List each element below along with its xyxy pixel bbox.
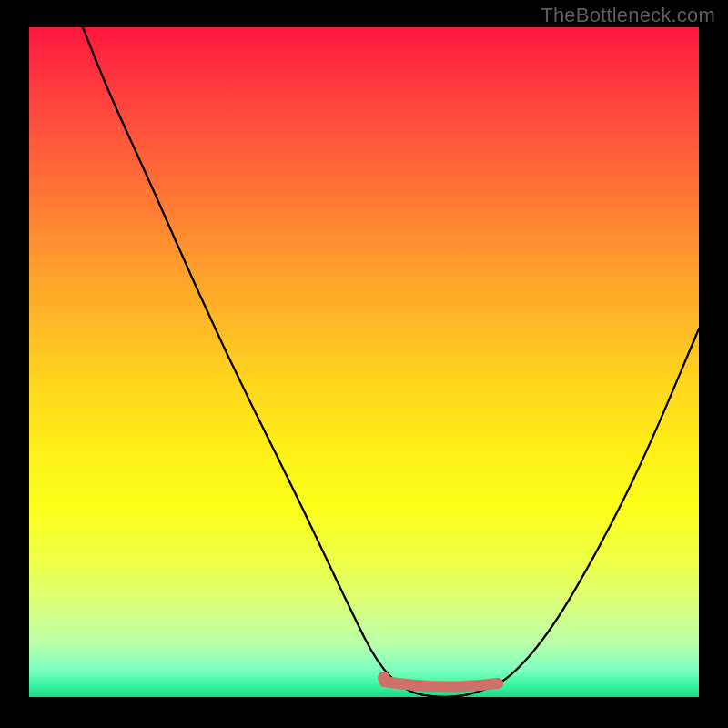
bottleneck-curve [83,27,699,697]
highlight-endpoint [378,672,390,684]
chart-container: TheBottleneck.com [0,0,728,728]
watermark-text: TheBottleneck.com [541,4,715,27]
optimal-range-highlight [384,682,498,687]
chart-svg [29,27,699,697]
